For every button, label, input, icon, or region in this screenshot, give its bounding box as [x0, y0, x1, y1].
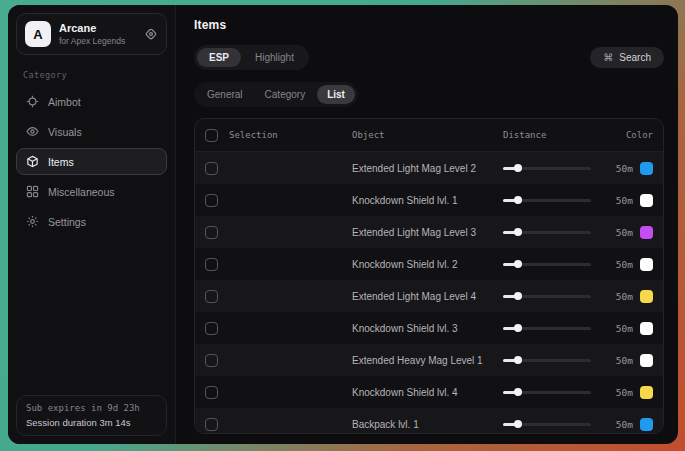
- object-name: Extended Light Mag Level 2: [352, 163, 495, 174]
- mode-tab-highlight[interactable]: Highlight: [243, 48, 306, 67]
- sidebar-item-miscellaneous[interactable]: Miscellaneous: [16, 178, 167, 205]
- sidebar-item-visuals[interactable]: Visuals: [16, 118, 167, 145]
- row-checkbox[interactable]: [205, 226, 218, 239]
- slider-thumb[interactable]: [514, 420, 522, 428]
- distance-slider[interactable]: [495, 423, 591, 426]
- color-swatch[interactable]: [640, 258, 653, 271]
- header-distance: Distance: [495, 130, 591, 140]
- view-tab-category[interactable]: Category: [255, 85, 316, 104]
- slider-track[interactable]: [503, 295, 591, 298]
- table-row: Extended Light Mag Level 350m: [195, 216, 663, 248]
- sidebar-item-items[interactable]: Items: [16, 148, 167, 175]
- row-checkbox[interactable]: [205, 322, 218, 335]
- distance-value: 50m: [591, 419, 633, 430]
- crosshair-icon: [26, 95, 39, 108]
- sidebar-item-settings[interactable]: Settings: [16, 208, 167, 235]
- sidebar: A Arcane for Apex Legends Category Aimbo…: [8, 5, 176, 444]
- slider-thumb[interactable]: [514, 164, 522, 172]
- distance-value: 50m: [591, 227, 633, 238]
- table-row: Knockdown Shield lvl. 250m: [195, 248, 663, 280]
- slider-thumb[interactable]: [514, 228, 522, 236]
- color-swatch[interactable]: [640, 386, 653, 399]
- object-name: Extended Heavy Mag Level 1: [352, 355, 495, 366]
- brand-card: A Arcane for Apex Legends: [16, 13, 167, 55]
- grid-icon: [26, 185, 39, 198]
- row-checkbox[interactable]: [205, 162, 218, 175]
- color-swatch[interactable]: [640, 322, 653, 335]
- search-button[interactable]: ⌘ Search: [590, 47, 664, 68]
- table-row: Extended Heavy Mag Level 150m: [195, 344, 663, 376]
- distance-value: 50m: [591, 163, 633, 174]
- app-logo: A: [25, 21, 51, 47]
- slider-track[interactable]: [503, 231, 591, 234]
- session-duration-text: Session duration 3m 14s: [26, 417, 157, 428]
- color-swatch[interactable]: [640, 418, 653, 431]
- row-checkbox[interactable]: [205, 194, 218, 207]
- items-table: Selection Object Distance Color Extended…: [194, 118, 664, 434]
- page-title: Items: [194, 18, 664, 32]
- view-tab-general[interactable]: General: [197, 85, 253, 104]
- distance-slider[interactable]: [495, 327, 591, 330]
- table-row: Knockdown Shield lvl. 450m: [195, 376, 663, 408]
- session-card: Sub expires in 9d 23h Session duration 3…: [16, 395, 167, 436]
- sidebar-nav: AimbotVisualsItemsMiscellaneousSettings: [16, 88, 167, 235]
- sidebar-item-label: Aimbot: [48, 96, 81, 108]
- distance-value: 50m: [591, 195, 633, 206]
- slider-thumb[interactable]: [514, 260, 522, 268]
- table-row: Extended Light Mag Level 450m: [195, 280, 663, 312]
- table-row: Extended Light Mag Level 250m: [195, 152, 663, 184]
- header-color: Color: [626, 130, 653, 140]
- distance-slider[interactable]: [495, 263, 591, 266]
- color-swatch[interactable]: [640, 354, 653, 367]
- slider-thumb[interactable]: [514, 196, 522, 204]
- compass-icon[interactable]: [144, 27, 158, 41]
- mode-tab-esp[interactable]: ESP: [197, 48, 241, 67]
- slider-thumb[interactable]: [514, 324, 522, 332]
- row-checkbox[interactable]: [205, 290, 218, 303]
- distance-slider[interactable]: [495, 359, 591, 362]
- distance-value: 50m: [591, 259, 633, 270]
- distance-slider[interactable]: [495, 167, 591, 170]
- box-icon: [26, 155, 39, 168]
- row-checkbox[interactable]: [205, 354, 218, 367]
- sidebar-item-label: Miscellaneous: [48, 186, 115, 198]
- slider-track[interactable]: [503, 423, 591, 426]
- object-name: Backpack lvl. 1: [352, 419, 495, 430]
- slider-track[interactable]: [503, 263, 591, 266]
- gear-icon: [26, 215, 39, 228]
- object-name: Extended Light Mag Level 3: [352, 227, 495, 238]
- distance-slider[interactable]: [495, 231, 591, 234]
- distance-slider[interactable]: [495, 295, 591, 298]
- table-row: Backpack lvl. 150m: [195, 408, 663, 434]
- object-name: Knockdown Shield lvl. 3: [352, 323, 495, 334]
- row-checkbox[interactable]: [205, 418, 218, 431]
- distance-value: 50m: [591, 355, 633, 366]
- object-name: Extended Light Mag Level 4: [352, 291, 495, 302]
- object-name: Knockdown Shield lvl. 2: [352, 259, 495, 270]
- row-checkbox[interactable]: [205, 258, 218, 271]
- distance-slider[interactable]: [495, 199, 591, 202]
- color-swatch[interactable]: [640, 290, 653, 303]
- color-swatch[interactable]: [640, 194, 653, 207]
- color-swatch[interactable]: [640, 226, 653, 239]
- view-tab-list[interactable]: List: [317, 85, 355, 104]
- slider-track[interactable]: [503, 359, 591, 362]
- sidebar-item-label: Items: [48, 156, 74, 168]
- row-checkbox[interactable]: [205, 386, 218, 399]
- slider-thumb[interactable]: [514, 388, 522, 396]
- slider-thumb[interactable]: [514, 356, 522, 364]
- slider-track[interactable]: [503, 391, 591, 394]
- slider-track[interactable]: [503, 327, 591, 330]
- color-swatch[interactable]: [640, 162, 653, 175]
- table-row: Knockdown Shield lvl. 150m: [195, 184, 663, 216]
- distance-slider[interactable]: [495, 391, 591, 394]
- view-tabs: GeneralCategoryList: [194, 82, 358, 107]
- sidebar-item-aimbot[interactable]: Aimbot: [16, 88, 167, 115]
- distance-value: 50m: [591, 291, 633, 302]
- distance-value: 50m: [591, 387, 633, 398]
- mode-segmented-control: ESPHighlight: [194, 45, 309, 70]
- slider-track[interactable]: [503, 199, 591, 202]
- select-all-checkbox[interactable]: [205, 129, 218, 142]
- slider-track[interactable]: [503, 167, 591, 170]
- slider-thumb[interactable]: [514, 292, 522, 300]
